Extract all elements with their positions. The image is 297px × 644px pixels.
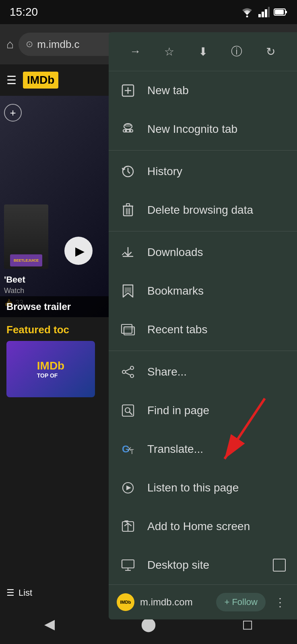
downloads-label: Downloads [147, 246, 203, 259]
find-label: Find in page [147, 404, 209, 417]
menu-item-downloads[interactable]: Downloads [109, 233, 297, 272]
bookmark-icon: ☆ [164, 45, 174, 58]
svg-point-0 [246, 16, 248, 18]
translate-label: Translate... [147, 443, 203, 456]
menu-item-recent-tabs[interactable]: Recent tabs [109, 310, 297, 349]
movie-title: 'Beet [4, 275, 25, 285]
svg-point-14 [129, 130, 131, 132]
menu-item-add-home[interactable]: Add to Home screen [109, 507, 297, 546]
back-button[interactable]: ◀ [35, 610, 64, 638]
share-icon [120, 364, 136, 380]
listen-label: Listen to this page [147, 481, 239, 494]
downloads-icon [120, 244, 136, 260]
menu-item-history[interactable]: History [109, 152, 297, 191]
download-icon: ⬇ [198, 45, 208, 58]
menu-item-translate[interactable]: G x T Translate... [109, 430, 297, 469]
share-label: Share... [147, 365, 187, 378]
home-icon[interactable]: ⌂ [6, 37, 14, 51]
play-icon: ▶ [75, 244, 85, 258]
desktop-label: Desktop site [147, 559, 209, 572]
wifi-icon [240, 7, 254, 17]
menu-item-delete[interactable]: Delete browsing data [109, 191, 297, 229]
menu-item-new-tab[interactable]: New tab [109, 71, 297, 110]
imdb-logo: IMDb [23, 72, 58, 89]
menu-item-listen[interactable]: Listen to this page [109, 469, 297, 507]
refresh-icon: ↻ [266, 45, 275, 58]
imdb-top-logo: IMDb TOP OF [37, 359, 64, 379]
svg-rect-28 [124, 327, 134, 329]
menu-item-bookmarks[interactable]: Bookmarks [109, 272, 297, 310]
follow-site-icon: IMDb [117, 593, 134, 611]
delete-label: Delete browsing data [147, 204, 253, 217]
dropdown-menu: → ☆ ⬇ ⓘ ↻ New tab [109, 32, 297, 619]
follow-site-text: IMDb [120, 600, 131, 605]
follow-more-icon[interactable]: ⋮ [271, 596, 289, 609]
new-tab-icon [120, 83, 136, 99]
divider-1 [109, 150, 297, 151]
svg-point-13 [125, 130, 127, 132]
play-button[interactable]: ▶ [64, 237, 93, 265]
history-label: History [147, 165, 182, 178]
svg-rect-12 [123, 130, 133, 132]
svg-rect-2 [262, 12, 264, 17]
list-icon: ☰ [6, 588, 14, 598]
status-icons [240, 7, 287, 17]
incognito-label: New Incognito tab [147, 123, 237, 136]
divider-3 [109, 351, 297, 351]
forward-button[interactable]: → [124, 40, 146, 63]
follow-bar: IMDb m.imdb.com + Follow ⋮ [109, 584, 297, 619]
add-home-icon [120, 518, 136, 535]
svg-rect-7 [275, 10, 284, 14]
bookmarks-label: Bookmarks [147, 285, 204, 297]
menu-item-desktop[interactable]: Desktop site [109, 546, 297, 584]
back-icon: ◀ [44, 616, 55, 632]
svg-rect-6 [285, 11, 287, 13]
status-bar: 15:20 [0, 0, 297, 24]
svg-rect-20 [126, 204, 130, 206]
svg-marker-41 [126, 485, 131, 490]
menu-toolbar: → ☆ ⬇ ⓘ ↻ [109, 32, 297, 71]
movie-thumbnail: BEETLEJUICE [4, 204, 48, 269]
history-icon [120, 163, 136, 180]
recent-tabs-label: Recent tabs [147, 323, 207, 336]
recent-tabs-icon [120, 322, 136, 338]
bookmarks-icon [120, 283, 136, 299]
follow-domain: m.imdb.com [140, 597, 210, 608]
menu-item-share[interactable]: Share... [109, 353, 297, 391]
listen-icon [120, 480, 136, 496]
svg-rect-1 [258, 14, 261, 17]
featured-card: IMDb TOP OF [6, 341, 95, 397]
imdb-header: ☰ IMDb [0, 64, 109, 96]
add-button[interactable]: + [4, 104, 22, 122]
forward-icon: → [130, 45, 141, 58]
svg-line-36 [130, 412, 132, 415]
bookmark-button[interactable]: ☆ [158, 40, 180, 63]
url-text: m.imdb.c [37, 38, 79, 51]
new-tab-label: New tab [147, 84, 189, 97]
follow-label: + Follow [224, 597, 258, 607]
url-icon: ⊙ [26, 39, 33, 50]
svg-rect-4 [268, 7, 270, 17]
refresh-button[interactable]: ↻ [259, 40, 282, 63]
follow-button[interactable]: + Follow [216, 593, 266, 611]
find-icon [120, 402, 136, 419]
list-label: List [19, 588, 32, 598]
svg-rect-45 [122, 560, 134, 568]
featured-title: Featured toc [6, 324, 102, 336]
svg-text:T: T [130, 448, 134, 455]
menu-item-incognito[interactable]: New Incognito tab [109, 110, 297, 149]
svg-point-30 [130, 374, 134, 378]
svg-line-32 [126, 369, 130, 371]
download-button[interactable]: ⬇ [192, 40, 214, 63]
signal-icon [258, 7, 270, 17]
hamburger-icon[interactable]: ☰ [6, 74, 16, 87]
desktop-checkbox[interactable] [273, 559, 286, 572]
featured-section: Featured toc IMDb TOP OF [0, 317, 109, 404]
incognito-icon [120, 121, 136, 137]
menu-item-find[interactable]: Find in page [109, 391, 297, 430]
info-button[interactable]: ⓘ [225, 40, 248, 63]
svg-point-29 [130, 366, 134, 369]
divider-2 [109, 231, 297, 231]
list-bar: ☰ List [0, 582, 109, 604]
svg-line-33 [126, 373, 130, 375]
